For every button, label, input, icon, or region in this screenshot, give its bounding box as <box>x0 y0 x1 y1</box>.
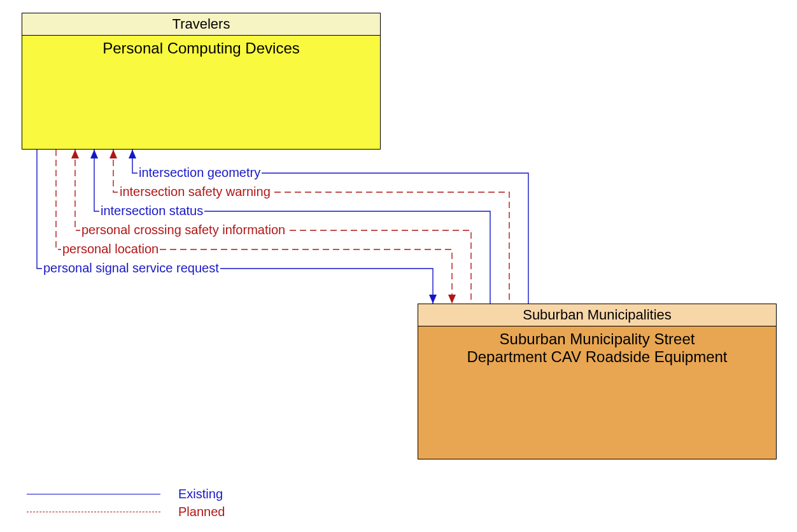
flow-intersection-status-arrow <box>90 150 98 158</box>
flow-intersection-safety-warning-label: intersection safety warning <box>118 185 272 199</box>
flow-personal-crossing-safety-arrow <box>71 150 79 158</box>
flow-personal-signal-service-request-label: personal signal service request <box>42 261 220 276</box>
legend-existing-line <box>27 494 160 494</box>
flow-intersection-geometry-arrow <box>129 150 136 158</box>
suburban-body-line2: Department CAV Roadside Equipment <box>467 348 727 365</box>
legend: Existing Planned <box>27 485 225 521</box>
flow-intersection-safety-warning-arrow <box>109 150 117 158</box>
travelers-header: Travelers <box>22 13 380 36</box>
legend-planned-line <box>27 512 160 512</box>
suburban-body: Suburban Municipality Street Department … <box>418 326 776 459</box>
legend-planned-label: Planned <box>178 505 225 519</box>
suburban-box: Suburban Municipalities Suburban Municip… <box>418 304 777 459</box>
flow-personal-location-arrow <box>448 295 456 304</box>
flow-personal-location-label: personal location <box>61 242 160 256</box>
travelers-body: Personal Computing Devices <box>22 36 380 149</box>
flow-personal-signal-service-request-arrow <box>429 295 437 304</box>
legend-existing-row: Existing <box>27 485 225 503</box>
flow-personal-crossing-safety-label: personal crossing safety information <box>80 223 286 237</box>
suburban-body-line1: Suburban Municipality Street <box>500 330 695 347</box>
suburban-header: Suburban Municipalities <box>418 304 776 326</box>
flow-intersection-geometry-label: intersection geometry <box>138 165 262 180</box>
legend-existing-label: Existing <box>178 487 223 501</box>
legend-planned-row: Planned <box>27 503 225 521</box>
flow-intersection-status-label: intersection status <box>99 204 204 218</box>
travelers-box: Travelers Personal Computing Devices <box>22 13 381 150</box>
